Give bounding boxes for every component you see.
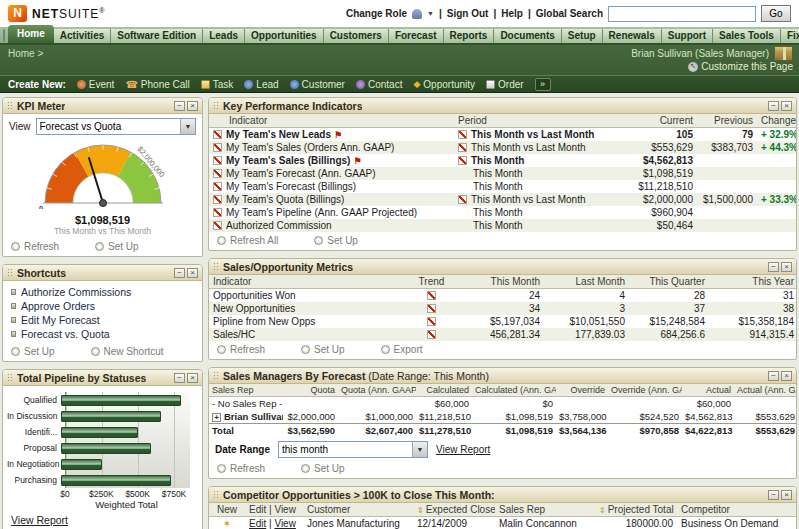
create-event-link[interactable]: Event: [77, 79, 115, 90]
close-button[interactable]: ×: [187, 101, 198, 111]
tab-renewals[interactable]: Renewals: [603, 29, 662, 43]
column-header[interactable]: Trend: [404, 275, 459, 289]
column-header[interactable]: Indicator: [209, 275, 404, 289]
trend-icon[interactable]: [427, 304, 436, 313]
period-icon[interactable]: [458, 156, 467, 165]
trend-icon[interactable]: [427, 317, 436, 326]
column-header[interactable]: This Quarter: [629, 275, 709, 289]
pipeline-bar[interactable]: [61, 459, 102, 470]
pipeline-bar[interactable]: [61, 443, 151, 454]
minimize-button[interactable]: −: [174, 373, 185, 383]
tab-software-edition[interactable]: Software Edition: [111, 29, 203, 43]
close-button[interactable]: ×: [781, 262, 792, 272]
sort-icon[interactable]: ⇕: [417, 506, 424, 515]
role-dropdown-icon[interactable]: ▼: [427, 10, 434, 17]
breadcrumb[interactable]: Home >: [8, 48, 43, 59]
column-header[interactable]: Quota: [283, 384, 338, 397]
shortcut-approve-orders[interactable]: Approve Orders: [11, 299, 194, 313]
help-link[interactable]: Help: [501, 8, 523, 19]
minimize-button[interactable]: −: [768, 371, 779, 381]
refresh-all-link[interactable]: Refresh All: [217, 235, 278, 246]
drag-handle-icon[interactable]: [7, 268, 13, 278]
minimize-button[interactable]: −: [174, 101, 185, 111]
create-new-more-button[interactable]: »: [535, 78, 551, 91]
change-role-link[interactable]: Change Role: [346, 8, 407, 19]
setup-link[interactable]: Set Up: [95, 241, 139, 252]
setup-link[interactable]: Set Up: [301, 344, 345, 355]
column-header[interactable]: Override (Ann. GAAP): [608, 384, 682, 397]
drag-handle-icon[interactable]: [213, 262, 219, 272]
close-button[interactable]: ×: [781, 101, 792, 111]
column-header[interactable]: Period: [454, 114, 622, 128]
role-icon[interactable]: [412, 9, 422, 19]
new-shortcut-link[interactable]: New Shortcut: [91, 346, 164, 357]
minimize-button[interactable]: −: [768, 101, 779, 111]
column-header[interactable]: Previous: [697, 114, 757, 128]
kpi-graph-icon[interactable]: [213, 169, 222, 178]
tab-opportunities[interactable]: Opportunities: [245, 29, 324, 43]
column-header[interactable]: Override: [556, 384, 608, 397]
pipeline-bar[interactable]: [61, 427, 138, 438]
shortcut-forecast-vs-quota[interactable]: Forecast vs. Quota: [11, 327, 194, 341]
tab-customers[interactable]: Customers: [324, 29, 389, 43]
kpi-meter-titlebar[interactable]: KPI Meter − ×: [3, 98, 202, 114]
create-contact-link[interactable]: Contact: [356, 79, 402, 90]
pipeline-bar[interactable]: [61, 411, 161, 422]
edit-link[interactable]: Edit: [249, 518, 266, 529]
minimize-button[interactable]: −: [768, 262, 779, 272]
shortcut-authorize-commissions[interactable]: Authorize Commissions: [11, 285, 194, 299]
global-search-input[interactable]: [608, 6, 756, 22]
tab-home[interactable]: Home: [8, 25, 54, 43]
tab-setup[interactable]: Setup: [562, 29, 603, 43]
column-header[interactable]: Quota (Ann. GAAP): [338, 384, 416, 397]
drag-handle-icon[interactable]: [213, 101, 219, 111]
period-icon[interactable]: [458, 130, 467, 139]
column-header[interactable]: This Year: [709, 275, 797, 289]
metrics-titlebar[interactable]: Sales/Opportunity Metrics − ×: [209, 259, 796, 275]
column-header[interactable]: ⇕Expected Close: [413, 503, 495, 517]
tab-fixes-and-features[interactable]: Fixes and Features: [781, 29, 799, 43]
create-opportunity-link[interactable]: ◆Opportunity: [413, 79, 475, 90]
export-link[interactable]: Export: [381, 344, 423, 355]
pipeline-bar[interactable]: [61, 475, 171, 486]
drag-handle-icon[interactable]: [213, 490, 219, 500]
column-header[interactable]: Actual (Ann. GAAP): [734, 384, 797, 397]
refresh-link[interactable]: Refresh: [11, 241, 59, 252]
create-lead-link[interactable]: Lead: [244, 79, 278, 90]
drag-handle-icon[interactable]: [7, 101, 13, 111]
create-customer-link[interactable]: Customer: [290, 79, 345, 90]
column-header[interactable]: Last Month: [544, 275, 629, 289]
shortcuts-titlebar[interactable]: Shortcuts − ×: [3, 265, 202, 281]
kpi-graph-icon[interactable]: [213, 195, 222, 204]
column-header[interactable]: Current: [622, 114, 697, 128]
minimize-button[interactable]: −: [768, 490, 779, 500]
column-header[interactable]: ⇕Projected Total: [595, 503, 677, 517]
setup-link[interactable]: Set Up: [314, 235, 358, 246]
setup-link[interactable]: Set Up: [11, 346, 55, 357]
competitor-titlebar[interactable]: Competitor Opportunities > 100K to Close…: [209, 487, 796, 503]
column-header[interactable]: Change: [757, 114, 797, 128]
customize-this-page-link[interactable]: ✎ Customize this Page: [688, 61, 793, 72]
sign-out-link[interactable]: Sign Out: [447, 8, 489, 19]
view-link[interactable]: View: [274, 518, 296, 529]
view-report-link[interactable]: View Report: [3, 510, 76, 526]
forecast-titlebar[interactable]: Sales Managers By Forecast (Date Range: …: [209, 368, 796, 384]
column-header[interactable]: Edit | View: [245, 503, 303, 517]
sort-icon[interactable]: ⇕: [599, 506, 606, 515]
column-header[interactable]: Calculated: [416, 384, 472, 397]
dropdown-button[interactable]: ▼: [180, 119, 195, 134]
column-header[interactable]: Customer: [303, 503, 413, 517]
period-icon[interactable]: [458, 195, 467, 204]
kpi-titlebar[interactable]: Key Performance Indicators − ×: [209, 98, 796, 114]
period-icon[interactable]: [458, 143, 467, 152]
drag-handle-icon[interactable]: [7, 373, 13, 383]
kpi-graph-icon[interactable]: [213, 143, 222, 152]
tab-activities[interactable]: Activities: [54, 29, 111, 43]
column-header[interactable]: Sales Rep: [495, 503, 595, 517]
refresh-link[interactable]: Refresh: [217, 463, 265, 474]
nav-home-icon[interactable]: [3, 29, 5, 42]
create-phone-call-link[interactable]: ☎Phone Call: [125, 79, 189, 90]
tab-sales-tools[interactable]: Sales Tools: [713, 29, 781, 43]
kpi-graph-icon[interactable]: [213, 156, 222, 165]
pipeline-titlebar[interactable]: Total Pipeline by Statuses − ×: [3, 370, 202, 386]
